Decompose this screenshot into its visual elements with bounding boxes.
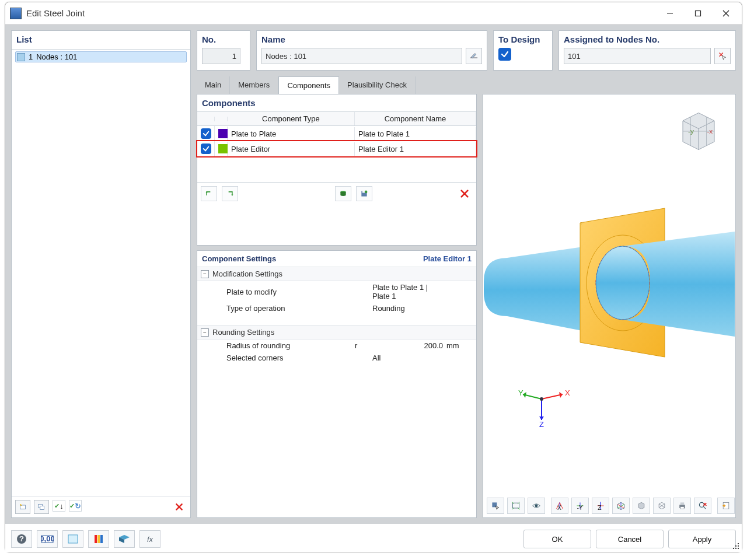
list-item[interactable]: 1 Nodes : 101 xyxy=(15,51,187,62)
tabs: Main Members Components Plausibility Che… xyxy=(197,76,736,94)
svg-point-64 xyxy=(738,543,739,544)
row-type-op[interactable]: Type of operation Rounding xyxy=(197,302,476,314)
vp-axis-ny-button[interactable]: -Y xyxy=(571,498,589,514)
vp-axis-iso-button[interactable] xyxy=(612,498,630,514)
settings-header: Component Settings xyxy=(202,254,276,263)
vp-visibility-button[interactable] xyxy=(528,498,545,514)
components-header: Components xyxy=(197,94,476,111)
input-assigned[interactable] xyxy=(564,48,711,64)
svg-text:-x: -x xyxy=(707,127,713,135)
vp-zoom-fit-button[interactable] xyxy=(507,498,525,514)
save-library-button[interactable] xyxy=(356,186,372,201)
table-row[interactable]: Plate Editor Plate Editor 1 xyxy=(197,141,476,156)
pick-nodes-button[interactable] xyxy=(714,48,731,64)
rename-button[interactable] xyxy=(466,48,482,64)
vp-wireframe-button[interactable] xyxy=(653,498,671,514)
new-item-button[interactable] xyxy=(15,500,30,514)
apply-button[interactable]: Apply xyxy=(668,530,736,548)
row-corners[interactable]: Selected corners All xyxy=(197,352,476,364)
vp-axis-z-button[interactable]: Z xyxy=(592,498,609,514)
svg-rect-62 xyxy=(100,535,103,543)
svg-line-52 xyxy=(704,507,706,509)
ok-button[interactable]: OK xyxy=(523,530,591,548)
group-rounding[interactable]: − Rounding Settings xyxy=(197,325,476,340)
svg-point-19 xyxy=(596,246,650,320)
svg-point-67 xyxy=(733,548,734,549)
tab-members[interactable]: Members xyxy=(230,76,278,94)
vp-print-button[interactable] xyxy=(673,498,691,514)
cancel-button[interactable]: Cancel xyxy=(596,530,664,548)
list-panel: List 1 Nodes : 101 ✔︎↓ ✔︎↻ xyxy=(11,30,191,518)
formula-button[interactable]: fx xyxy=(139,530,160,548)
svg-rect-1 xyxy=(696,10,701,16)
list-header: List xyxy=(12,31,190,49)
col-name: Component Name xyxy=(355,112,476,125)
unit: mm xyxy=(446,341,473,350)
minimize-button[interactable] xyxy=(657,5,683,22)
delete-item-button[interactable] xyxy=(172,500,187,514)
input-name[interactable] xyxy=(261,48,462,64)
vp-clear-search-button[interactable] xyxy=(694,498,711,514)
units-button[interactable]: 0,00 xyxy=(37,530,58,548)
recheck-button[interactable]: ✔︎↻ xyxy=(69,500,82,512)
tab-components[interactable]: Components xyxy=(278,76,339,94)
field-no: No. xyxy=(197,30,250,71)
svg-point-68 xyxy=(735,548,736,549)
vp-shaded-button[interactable] xyxy=(633,498,650,514)
collapse-icon[interactable]: − xyxy=(201,270,209,278)
viewport-scene xyxy=(483,200,735,374)
list-tree[interactable]: 1 Nodes : 101 xyxy=(12,49,190,496)
row-plate-modify[interactable]: Plate to modify Plate to Plate 1 | Plate… xyxy=(197,281,476,302)
move-up-button[interactable] xyxy=(201,186,217,201)
svg-text:Z: Z xyxy=(539,420,544,428)
stress-view-button[interactable] xyxy=(88,530,109,548)
row-color-swatch xyxy=(218,144,228,153)
table-row[interactable]: Plate to Plate Plate to Plate 1 xyxy=(197,126,476,141)
tab-main[interactable]: Main xyxy=(197,76,230,94)
app-icon xyxy=(10,8,22,19)
svg-text:0,00: 0,00 xyxy=(41,534,54,543)
screenshot-button[interactable] xyxy=(114,530,135,548)
resize-grip-icon[interactable] xyxy=(732,542,739,550)
viewport-3d[interactable]: -y -x xyxy=(483,94,736,518)
blank-view-button[interactable] xyxy=(62,530,83,548)
help-button[interactable]: ? xyxy=(11,530,32,548)
svg-point-3 xyxy=(20,504,21,505)
svg-rect-6 xyxy=(470,58,477,58)
svg-rect-59 xyxy=(68,535,78,543)
settings-panel: Component Settings Plate Editor 1 − Modi… xyxy=(197,250,477,518)
vp-select-button[interactable] xyxy=(487,498,504,514)
delete-component-button[interactable] xyxy=(456,186,473,201)
sym: r xyxy=(355,341,372,350)
collapse-icon[interactable]: − xyxy=(201,328,209,337)
check-all-button[interactable]: ✔︎↓ xyxy=(53,500,65,512)
group-modification[interactable]: − Modification Settings xyxy=(197,267,476,281)
row-checkbox[interactable] xyxy=(201,128,211,139)
nav-cube[interactable]: -y -x xyxy=(672,105,725,159)
input-no[interactable] xyxy=(202,48,240,64)
row-radius[interactable]: Radius of rounding r 200.0 mm xyxy=(197,340,476,352)
field-assigned: Assigned to Nodes No. xyxy=(558,30,736,71)
label-assigned: Assigned to Nodes No. xyxy=(564,33,731,48)
label-no: No. xyxy=(202,33,245,48)
checkbox-todesign[interactable] xyxy=(498,48,511,61)
list-item-color-icon xyxy=(17,53,25,61)
move-down-button[interactable] xyxy=(222,186,238,201)
components-panel: Components Component Type Component Name xyxy=(197,94,477,246)
settings-header-right: Plate Editor 1 xyxy=(423,254,472,263)
tab-plausibility[interactable]: Plausibility Check xyxy=(339,76,416,94)
maximize-button[interactable] xyxy=(685,5,711,22)
field-todesign: To Design xyxy=(493,30,553,71)
row-color-swatch xyxy=(218,129,228,138)
svg-point-34 xyxy=(535,505,538,508)
svg-text:Y: Y xyxy=(518,388,523,397)
close-button[interactable] xyxy=(713,5,739,22)
library-button[interactable] xyxy=(335,186,351,201)
svg-rect-50 xyxy=(680,507,684,509)
row-checkbox[interactable] xyxy=(201,144,211,154)
duplicate-item-button[interactable] xyxy=(34,500,49,514)
vp-detach-button[interactable] xyxy=(717,498,735,514)
svg-text:fx: fx xyxy=(147,535,153,544)
vp-axis-x-button[interactable]: X xyxy=(551,498,568,514)
svg-rect-61 xyxy=(97,535,100,543)
